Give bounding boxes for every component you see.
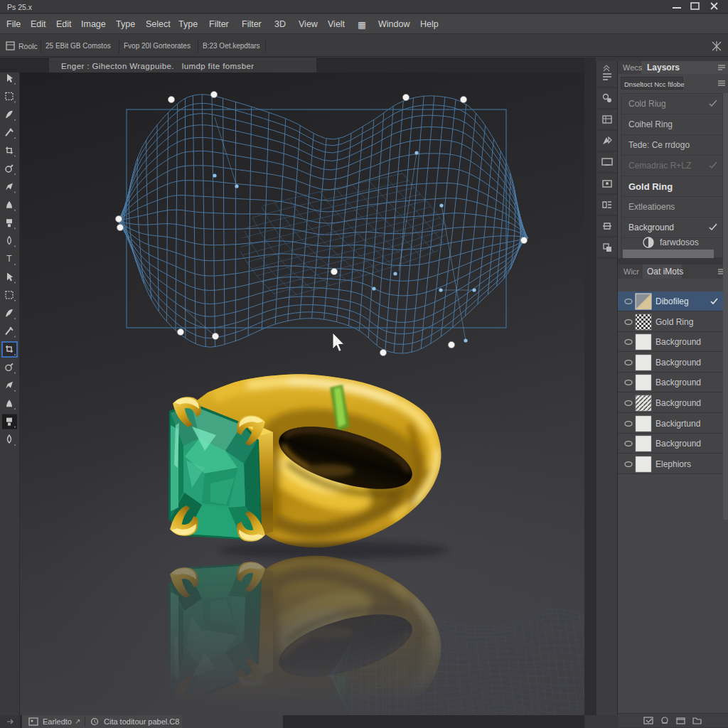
svg-text:T: T <box>6 254 12 264</box>
